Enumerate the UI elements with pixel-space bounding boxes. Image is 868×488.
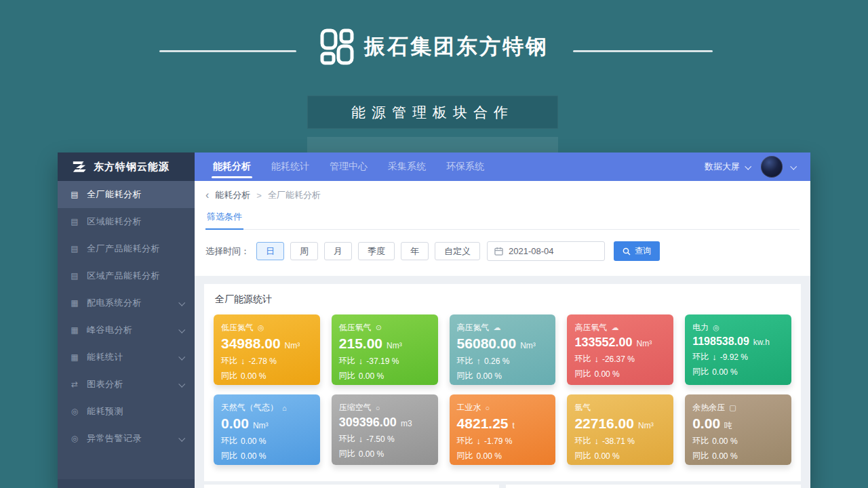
energy-card[interactable]: 高压氧气 ☁ 133552.00 Nm³ 环比 ↓ -26.37 % 同比 0.… bbox=[567, 314, 673, 385]
mom-value: 0.00 % bbox=[712, 436, 737, 446]
breadcrumb-parent[interactable]: 能耗分析 bbox=[215, 189, 250, 201]
energy-card[interactable]: 低压氮气 ◎ 34988.00 Nm³ 环比 ↓ -2.78 % 同比 0.00… bbox=[214, 314, 320, 385]
time-range-button[interactable]: 季度 bbox=[358, 242, 395, 260]
chevron-down-icon bbox=[790, 163, 797, 169]
slide-header: 振石集团东方特钢 bbox=[0, 28, 868, 65]
app-brand[interactable]: 东方特钢云能源 bbox=[58, 152, 195, 181]
nav-item[interactable]: 能耗分析 bbox=[203, 152, 261, 181]
sidebar-item[interactable]: ▤ 全厂产品能耗分析 bbox=[58, 235, 195, 262]
energy-card-value-row: 56080.00 Nm³ bbox=[457, 336, 549, 352]
sidebar-item[interactable]: ▤ 全厂能耗分析 bbox=[58, 181, 195, 208]
calendar-icon bbox=[494, 247, 503, 256]
nav-item[interactable]: 环保系统 bbox=[436, 152, 494, 181]
avatar bbox=[761, 156, 783, 178]
back-arrow-icon[interactable]: ‹ bbox=[205, 190, 209, 201]
data-screen-link[interactable]: 数据大屏 bbox=[705, 161, 750, 173]
chevron-down-icon bbox=[178, 434, 185, 441]
energy-card-title: 余热余压 bbox=[692, 402, 725, 413]
topnav-right: 数据大屏 bbox=[705, 152, 810, 181]
sidebar-gap bbox=[58, 452, 195, 479]
energy-card[interactable]: 氩气 22716.00 Nm³ 环比 ↓ -38.71 % 同比 0.00 % bbox=[567, 394, 673, 465]
sidebar-item[interactable]: ▤ 区域产品能耗分析 bbox=[58, 262, 195, 289]
droplet-icon: ○ bbox=[486, 404, 490, 412]
energy-card[interactable]: 电力 ◎ 1198538.09 kw.h 环比 ↓ -9.92 % 同比 0.0… bbox=[685, 314, 791, 385]
time-filter-row: 选择时间： 日 周 月 季度 年 自定义 2021-08-04 bbox=[205, 241, 800, 261]
yoy-label: 同比 bbox=[339, 370, 355, 382]
yoy-value: 0.00 % bbox=[712, 367, 737, 377]
time-range-button[interactable]: 年 bbox=[401, 242, 429, 260]
nav-item[interactable]: 能耗统计 bbox=[261, 152, 319, 181]
energy-card[interactable]: 天然气（气态） ⌂ 0.00 Nm³ 环比 0.00 % 同比 0.00 % bbox=[214, 394, 320, 465]
mom-value: -9.92 % bbox=[720, 352, 748, 362]
energy-card-value: 0.00 bbox=[221, 415, 249, 432]
mom-row: 环比 ↓ -9.92 % bbox=[692, 351, 784, 363]
mom-value: 0.26 % bbox=[484, 357, 509, 366]
sidebar-item[interactable]: ▦ 峰谷电分析 bbox=[58, 317, 195, 344]
time-range-button-label: 月 bbox=[334, 245, 342, 258]
time-range-button[interactable]: 周 bbox=[290, 242, 318, 260]
energy-card[interactable]: 高压氮气 ☁ 56080.00 Nm³ 环比 ↑ 0.26 % 同比 0.00 … bbox=[450, 314, 556, 385]
time-range-button[interactable]: 日 bbox=[256, 242, 284, 260]
user-menu[interactable] bbox=[761, 156, 795, 178]
energy-card-value: 1198538.09 bbox=[692, 336, 749, 348]
time-range-button[interactable]: 月 bbox=[324, 242, 352, 260]
nav-item-label: 能耗分析 bbox=[213, 161, 251, 173]
nav-item[interactable]: 管理中心 bbox=[319, 152, 378, 181]
energy-card-title: 高压氧气 bbox=[574, 322, 607, 333]
sidebar-item-label: 区域产品能耗分析 bbox=[87, 270, 172, 282]
mom-row: 环比 ↓ -38.71 % bbox=[574, 435, 666, 447]
yoy-label: 同比 bbox=[221, 370, 237, 382]
energy-card-value: 309396.00 bbox=[339, 415, 397, 430]
circle-arrow-icon: ◎ bbox=[258, 323, 264, 332]
energy-card-header: 天然气（气态） ⌂ bbox=[221, 402, 313, 413]
yoy-row: 同比 0.00 % bbox=[574, 368, 666, 380]
energy-card-unit: Nm³ bbox=[520, 341, 536, 350]
sidebar-item[interactable]: ◎ 异常告警记录 bbox=[58, 425, 195, 452]
query-button[interactable]: 查询 bbox=[614, 241, 660, 261]
trend-arrow-icon: ↓ bbox=[241, 356, 245, 366]
sidebar-item-icon: ▤ bbox=[69, 244, 80, 253]
energy-card-header: 低压氧气 ⊙ bbox=[339, 322, 431, 333]
mom-value: -2.78 % bbox=[249, 357, 277, 366]
mom-label: 环比 bbox=[692, 435, 709, 447]
date-picker-input[interactable]: 2021-08-04 bbox=[487, 241, 605, 261]
energy-card-unit: t bbox=[513, 421, 515, 430]
energy-card[interactable]: 低压氧气 ⊙ 215.00 Nm³ 环比 ↓ -37.19 % 同比 0.00 … bbox=[332, 314, 438, 385]
energy-card-title: 高压氮气 bbox=[457, 322, 490, 333]
yoy-value: 0.00 % bbox=[359, 449, 384, 459]
sidebar-item[interactable]: ⇄ 图表分析 bbox=[58, 371, 195, 398]
energy-card[interactable]: 余热余压 ▢ 0.00 吨 环比 0.00 % 同比 0.00 % bbox=[685, 394, 791, 465]
energy-card-unit: m3 bbox=[401, 419, 412, 428]
lower-panels-cutoff bbox=[204, 485, 801, 488]
square-icon: ▢ bbox=[729, 403, 736, 412]
yoy-row: 同比 0.00 % bbox=[457, 370, 549, 382]
yoy-label: 同比 bbox=[574, 450, 591, 462]
sidebar-footer bbox=[58, 479, 195, 488]
mom-row: 环比 ↓ -2.78 % bbox=[221, 355, 313, 367]
time-range-button[interactable]: 自定义 bbox=[435, 242, 480, 260]
energy-card[interactable]: 工业水 ○ 4821.25 t 环比 ↓ -1.79 % 同比 0.00 % bbox=[450, 394, 556, 465]
energy-card-header: 工业水 ○ bbox=[457, 402, 549, 413]
energy-card-header: 余热余压 ▢ bbox=[692, 402, 784, 413]
sidebar-item[interactable]: ▦ 能耗统计 bbox=[58, 344, 195, 371]
mom-value: -38.71 % bbox=[602, 436, 635, 446]
energy-card-value: 215.00 bbox=[339, 336, 382, 352]
tab-filter-conditions[interactable]: 筛选条件 bbox=[205, 209, 243, 230]
yoy-row: 同比 0.00 % bbox=[692, 450, 784, 462]
yoy-value: 0.00 % bbox=[241, 371, 266, 381]
energy-card[interactable]: 压缩空气 ○ 309396.00 m3 环比 ↓ -7.50 % 同比 0.00… bbox=[332, 394, 438, 465]
mom-label: 环比 bbox=[339, 433, 355, 445]
yoy-row: 同比 0.00 % bbox=[339, 448, 431, 460]
time-range-button-label: 年 bbox=[410, 245, 419, 258]
sidebar-item[interactable]: ◎ 能耗预测 bbox=[58, 398, 195, 425]
nav-item[interactable]: 采集系统 bbox=[378, 152, 436, 181]
sidebar-item[interactable]: ▤ 区域能耗分析 bbox=[58, 208, 195, 235]
mom-row: 环比 ↓ -7.50 % bbox=[339, 433, 431, 445]
filter-panel: ‹ 能耗分析 > 全厂能耗分析 筛选条件 选择时间： 日 周 月 季度 bbox=[195, 181, 810, 276]
lower-panel-right bbox=[506, 485, 801, 488]
sidebar-item[interactable]: ▦ 配电系统分析 bbox=[58, 289, 195, 317]
yoy-label: 同比 bbox=[457, 370, 473, 382]
yoy-value: 0.00 % bbox=[712, 451, 737, 461]
mom-row: 环比 ↓ -26.37 % bbox=[574, 353, 666, 365]
energy-card-value-row: 0.00 Nm³ bbox=[221, 415, 313, 432]
